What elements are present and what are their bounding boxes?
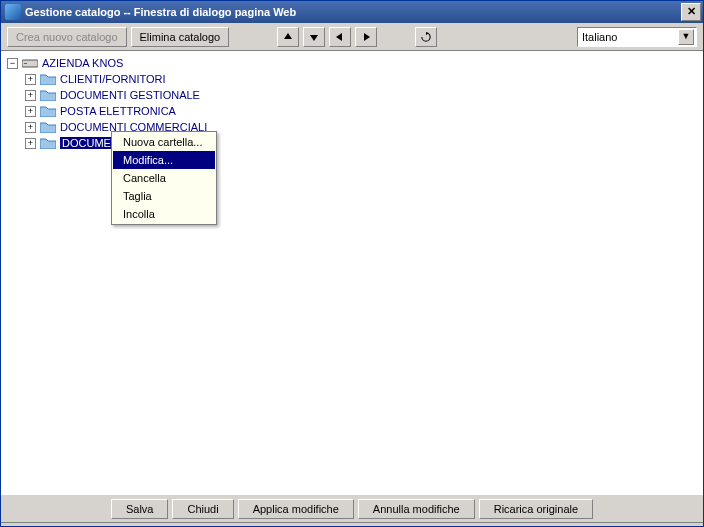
tree-item[interactable]: + POSTA ELETTRONICA <box>7 103 697 119</box>
folder-icon <box>40 89 56 101</box>
tree-root[interactable]: − AZIENDA KNOS <box>7 55 697 71</box>
arrow-down-icon <box>309 32 319 42</box>
expand-icon[interactable]: + <box>25 74 36 85</box>
svg-rect-1 <box>24 63 27 64</box>
menu-item-new-folder[interactable]: Nuova cartella... <box>113 133 215 151</box>
tree-root-label: AZIENDA KNOS <box>42 57 123 69</box>
folder-icon <box>40 105 56 117</box>
arrow-up-icon <box>283 32 293 42</box>
dropdown-arrow-icon: ▼ <box>678 29 694 45</box>
reload-button[interactable]: Ricarica originale <box>479 499 593 519</box>
drive-icon <box>22 57 38 69</box>
menu-item-edit[interactable]: Modifica... <box>113 151 215 169</box>
dialog-window: Gestione catalogo -- Finestra di dialogo… <box>0 0 704 527</box>
bottom-toolbar: Salva Chiudi Applica modifiche Annulla m… <box>1 494 703 522</box>
menu-item-paste[interactable]: Incolla <box>113 205 215 223</box>
folder-icon <box>40 137 56 149</box>
tree-item-label: CLIENTI/FORNITORI <box>60 73 166 85</box>
expand-icon[interactable]: + <box>25 90 36 101</box>
arrow-right-icon <box>361 32 371 42</box>
expand-icon[interactable]: + <box>25 138 36 149</box>
expand-icon[interactable]: + <box>25 122 36 133</box>
statusbar <box>1 522 703 526</box>
refresh-button[interactable] <box>415 27 437 47</box>
create-catalog-button: Crea nuovo catalogo <box>7 27 127 47</box>
menu-item-cut[interactable]: Taglia <box>113 187 215 205</box>
tree-item[interactable]: + CLIENTI/FORNITORI <box>7 71 697 87</box>
titlebar: Gestione catalogo -- Finestra di dialogo… <box>1 1 703 23</box>
menu-item-delete[interactable]: Cancella <box>113 169 215 187</box>
move-up-button[interactable] <box>277 27 299 47</box>
delete-catalog-button[interactable]: Elimina catalogo <box>131 27 230 47</box>
arrow-left-icon <box>335 32 345 42</box>
tree-item-label: DOCUMENTI GESTIONALE <box>60 89 200 101</box>
tree-item-label: POSTA ELETTRONICA <box>60 105 176 117</box>
close-dialog-button[interactable]: Chiudi <box>172 499 233 519</box>
tree-panel: − AZIENDA KNOS + CLIENTI/FORNITORI + DOC… <box>1 51 703 494</box>
language-select[interactable]: Italiano ▼ <box>577 27 697 47</box>
tree-item[interactable]: + DOCUMENTI GESTIONALE <box>7 87 697 103</box>
language-value: Italiano <box>582 31 617 43</box>
undo-button[interactable]: Annulla modifiche <box>358 499 475 519</box>
save-button[interactable]: Salva <box>111 499 169 519</box>
move-left-button[interactable] <box>329 27 351 47</box>
context-menu: Nuova cartella... Modifica... Cancella T… <box>111 131 217 225</box>
move-down-button[interactable] <box>303 27 325 47</box>
folder-icon <box>40 73 56 85</box>
window-title: Gestione catalogo -- Finestra di dialogo… <box>25 6 681 18</box>
folder-icon <box>40 121 56 133</box>
toolbar: Crea nuovo catalogo Elimina catalogo Ita… <box>1 23 703 51</box>
refresh-icon <box>421 32 431 42</box>
collapse-icon[interactable]: − <box>7 58 18 69</box>
close-button[interactable]: ✕ <box>681 3 701 21</box>
apply-button[interactable]: Applica modifiche <box>238 499 354 519</box>
tree-item-label: DOCUME <box>60 137 113 149</box>
ie-icon <box>5 4 21 20</box>
expand-icon[interactable]: + <box>25 106 36 117</box>
move-right-button[interactable] <box>355 27 377 47</box>
